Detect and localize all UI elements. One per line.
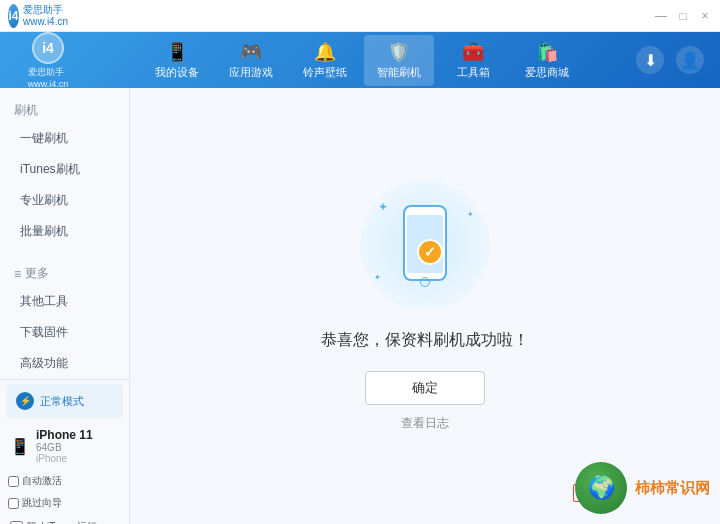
stop-itunes-button[interactable]: 阻止iTunes运行 [0, 516, 129, 524]
content-area: ✦ ✦ ✦ ✓ 恭喜您，保资料刷机成功啦！ 确定 查看日志 V1 🌍 柿柿常识网 [130, 88, 720, 524]
nav-my-device[interactable]: 📱 我的设备 [142, 35, 212, 86]
restore-button[interactable]: □ [676, 9, 690, 23]
device-mode[interactable]: ⚡ 正常模式 [6, 384, 123, 418]
nav-apps-icon: 🎮 [240, 41, 262, 63]
sidebar-item-one-click-flash[interactable]: 一键刷机 [0, 123, 129, 154]
navbar-right: ⬇ 👤 [636, 46, 712, 74]
confirm-button[interactable]: 确定 [365, 371, 485, 405]
watermark: V1 🌍 柿柿常识网 [575, 462, 710, 514]
phone-illustration: ✓ [397, 205, 453, 285]
stop-itunes-label: 阻止iTunes运行 [27, 520, 97, 524]
titlebar-controls: — □ × [654, 9, 712, 23]
nav-smart-shop-icon: 🛡️ [388, 41, 410, 63]
nav-my-device-label: 我的设备 [155, 65, 199, 80]
watermark-text-block: 柿柿常识网 [635, 479, 710, 498]
auto-activate-input[interactable] [8, 476, 19, 487]
sidebar-more-section: ≡ 更多 [0, 259, 129, 286]
sparkle-3: ✦ [374, 273, 381, 282]
device-name: iPhone 11 [36, 428, 93, 442]
view-log-link[interactable]: 查看日志 [401, 415, 449, 432]
activation-guide-label: 跳过向导 [22, 496, 62, 510]
sidebar-item-batch-flash[interactable]: 批量刷机 [0, 216, 129, 247]
download-button[interactable]: ⬇ [636, 46, 664, 74]
auto-activate-checkbox[interactable]: 自动激活 [8, 474, 62, 488]
nav-tools[interactable]: 🧰 工具箱 [438, 35, 508, 86]
nav-ringtones[interactable]: 🔔 铃声壁纸 [290, 35, 360, 86]
stop-itunes-checkbox[interactable] [10, 521, 23, 525]
success-title: 恭喜您，保资料刷机成功啦！ [321, 330, 529, 351]
sidebar-flash-section: 刷机 [0, 96, 129, 123]
nav-ringtones-icon: 🔔 [314, 41, 336, 63]
navbar: i4 爱思助手 www.i4.cn 📱 我的设备 🎮 应用游戏 🔔 铃声壁纸 🛡… [0, 32, 720, 88]
device-type: iPhone [36, 453, 93, 464]
device-mode-icon: ⚡ [16, 392, 34, 410]
logo-icon: i4 [8, 4, 19, 28]
nav-ringtones-label: 铃声壁纸 [303, 65, 347, 80]
nav-my-device-icon: 📱 [166, 41, 188, 63]
auto-activate-label: 自动激活 [22, 474, 62, 488]
nav-tools-icon: 🧰 [462, 41, 484, 63]
titlebar-logo: i4 爱思助手 www.i4.cn [8, 2, 68, 30]
sidebar: 刷机 一键刷机 iTunes刷机 专业刷机 批量刷机 ≡ 更多 其他工具 下载固… [0, 88, 130, 524]
logo-text: 爱思助手 www.i4.cn [23, 4, 68, 28]
sidebar-item-advanced-features[interactable]: 高级功能 [0, 348, 129, 379]
activation-guide-checkbox[interactable]: 跳过向导 [8, 496, 62, 510]
navbar-logo-text: 爱思助手 www.i4.cn [28, 66, 69, 89]
nav-store-icon: 🛍️ [536, 41, 558, 63]
device-storage: 64GB [36, 442, 93, 453]
watermark-site-name: 柿柿常识网 [635, 479, 710, 498]
activation-guide-input[interactable] [8, 498, 19, 509]
device-info[interactable]: 📱 iPhone 11 64GB iPhone [0, 422, 129, 468]
sparkle-2: ✦ [467, 210, 474, 219]
check-badge: ✓ [417, 239, 443, 265]
success-illustration: ✦ ✦ ✦ ✓ [360, 180, 490, 310]
device-info-icon: 📱 [10, 437, 30, 456]
nav-store-label: 爱思商城 [525, 65, 569, 80]
titlebar: i4 爱思助手 www.i4.cn — □ × [0, 0, 720, 32]
sidebar-checkboxes: 自动激活 跳过向导 [0, 468, 129, 516]
nav-apps-label: 应用游戏 [229, 65, 273, 80]
sidebar-item-itunes-flash[interactable]: iTunes刷机 [0, 154, 129, 185]
device-info-text: iPhone 11 64GB iPhone [36, 428, 93, 464]
navbar-logo: i4 爱思助手 www.i4.cn [8, 32, 88, 89]
user-button[interactable]: 👤 [676, 46, 704, 74]
sidebar-item-download-firmware[interactable]: 下载固件 [0, 317, 129, 348]
sidebar-bottom: ⚡ 正常模式 📱 iPhone 11 64GB iPhone 自动激活 跳过 [0, 379, 129, 524]
minimize-button[interactable]: — [654, 9, 668, 23]
sidebar-item-pro-flash[interactable]: 专业刷机 [0, 185, 129, 216]
nav-apps[interactable]: 🎮 应用游戏 [216, 35, 286, 86]
sparkle-1: ✦ [378, 200, 388, 214]
nav-store[interactable]: 🛍️ 爱思商城 [512, 35, 582, 86]
phone-home-button [420, 277, 430, 287]
close-button[interactable]: × [698, 9, 712, 23]
device-mode-label: 正常模式 [40, 394, 84, 409]
main-layout: 刷机 一键刷机 iTunes刷机 专业刷机 批量刷机 ≡ 更多 其他工具 下载固… [0, 88, 720, 524]
navbar-logo-icon: i4 [32, 32, 64, 64]
nav-smart-shop-label: 智能刷机 [377, 65, 421, 80]
nav-smart-shop[interactable]: 🛡️ 智能刷机 [364, 35, 434, 86]
sidebar-item-other-tools[interactable]: 其他工具 [0, 286, 129, 317]
navbar-items: 📱 我的设备 🎮 应用游戏 🔔 铃声壁纸 🛡️ 智能刷机 🧰 工具箱 🛍️ 爱思… [88, 35, 636, 86]
nav-tools-label: 工具箱 [457, 65, 490, 80]
watermark-globe: 🌍 [575, 462, 627, 514]
